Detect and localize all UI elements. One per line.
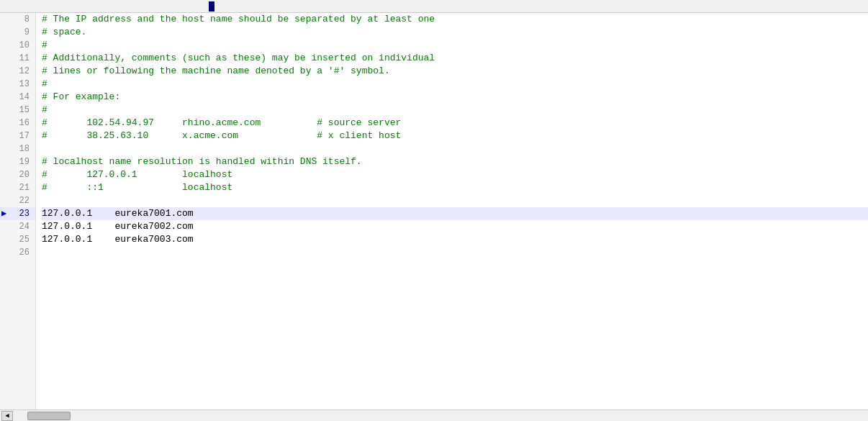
text-line: 127.0.0.1 eureka7003.com: [42, 233, 868, 246]
text-line: 127.0.0.1 eureka7001.com: [42, 207, 868, 220]
ruler-cursor: [209, 1, 214, 12]
text-area[interactable]: # The IP address and the host name shoul…: [36, 13, 868, 409]
line-number: ▶23: [0, 207, 35, 220]
text-line: # lines or following the machine name de…: [42, 65, 868, 78]
text-line: # For example:: [42, 91, 868, 104]
line-number: 25: [0, 233, 35, 246]
text-line: #: [42, 78, 868, 91]
line-number: 22: [0, 194, 35, 207]
text-line: # 38.25.63.10 x.acme.com # x client host: [42, 130, 868, 142]
line-number: 24: [0, 220, 35, 233]
text-line: [42, 142, 868, 155]
line-number: 17: [0, 130, 35, 142]
text-line: # 127.0.0.1 localhost: [42, 168, 868, 181]
text-line: #: [42, 39, 868, 52]
line-number: 11: [0, 52, 35, 65]
editor-container: 8910111213141516171819202122▶23242526 # …: [0, 0, 868, 421]
line-number: 19: [0, 155, 35, 168]
text-line: [42, 246, 868, 259]
text-line: 127.0.0.1 eureka7002.com: [42, 220, 868, 233]
line-number: 12: [0, 65, 35, 78]
text-line: # localhost name resolution is handled w…: [42, 155, 868, 168]
text-line: # The IP address and the host name shoul…: [42, 13, 868, 26]
text-line: # 102.54.94.97 rhino.acme.com # source s…: [42, 117, 868, 130]
line-numbers: 8910111213141516171819202122▶23242526: [0, 13, 36, 409]
text-line: # Additionally, comments (such as these)…: [42, 52, 868, 65]
scroll-thumb[interactable]: [27, 412, 71, 420]
text-line: [42, 194, 868, 207]
line-number: 8: [0, 13, 35, 26]
scroll-left-arrow[interactable]: ◀: [1, 411, 13, 421]
line-number: 15: [0, 104, 35, 117]
line-number: 13: [0, 78, 35, 91]
line-number: 16: [0, 117, 35, 130]
scroll-area: ◀: [1, 410, 867, 421]
line-number: 14: [0, 91, 35, 104]
line-number: 21: [0, 181, 35, 194]
line-number: 18: [0, 142, 35, 155]
line-number: 9: [0, 26, 35, 39]
current-line-arrow: ▶: [1, 207, 6, 220]
text-line: # ::1 localhost: [42, 181, 868, 194]
text-line: #: [42, 104, 868, 117]
scrollbar-bottom: ◀: [0, 409, 868, 421]
text-line: # space.: [42, 26, 868, 39]
line-number: 10: [0, 39, 35, 52]
line-number: 26: [0, 246, 35, 259]
line-number: 20: [0, 168, 35, 181]
ruler-bar: [0, 0, 868, 13]
content-area: 8910111213141516171819202122▶23242526 # …: [0, 13, 868, 409]
